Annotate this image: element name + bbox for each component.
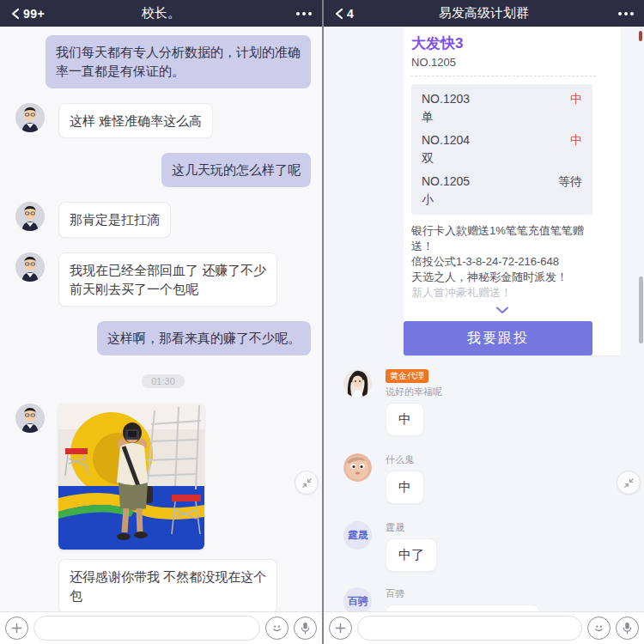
message-bubble: 这样啊，那看来真的赚了不少呢。 bbox=[97, 321, 311, 355]
message-bubble: 我现在已经全部回血了 还赚了不少 前天刚去买了一个包呢 bbox=[58, 252, 277, 307]
page-title: 校长。 bbox=[0, 5, 322, 21]
message-row-photo bbox=[15, 404, 311, 550]
message-row: 那肯定是扛扛滴 bbox=[15, 202, 311, 238]
group-message-body: 什么鬼 中 bbox=[386, 453, 424, 504]
chevron-left-icon bbox=[10, 8, 21, 20]
back-button[interactable]: 99+ bbox=[10, 7, 45, 21]
game-title: 大发快3 bbox=[411, 33, 592, 53]
follow-bet-button[interactable]: 我要跟投 bbox=[404, 321, 592, 355]
chevron-down-icon bbox=[495, 302, 509, 317]
more-button[interactable] bbox=[618, 12, 634, 15]
photo-message[interactable] bbox=[58, 404, 204, 550]
unread-count: 99+ bbox=[23, 7, 45, 21]
mic-icon bbox=[300, 622, 311, 635]
message-bubble: 中了 bbox=[386, 538, 437, 572]
collapse-window-button[interactable] bbox=[617, 471, 641, 495]
message-row-self: 这样啊，那看来真的赚了不少呢。 bbox=[15, 321, 311, 355]
avatar[interactable] bbox=[15, 252, 45, 282]
message-bubble: 中 bbox=[386, 471, 424, 504]
input-bar bbox=[324, 611, 644, 644]
message-input[interactable] bbox=[33, 616, 260, 641]
avatar[interactable] bbox=[15, 103, 45, 132]
smiley-icon bbox=[592, 622, 605, 635]
message-input[interactable] bbox=[357, 616, 582, 641]
avatar[interactable] bbox=[343, 369, 372, 398]
group-message-body: 百骋 五连中，计划牛逼啊。 bbox=[386, 587, 540, 611]
result-status: 中 bbox=[570, 133, 582, 149]
scrollbar-thumb[interactable] bbox=[639, 276, 643, 343]
promo-line: 倍投公式1-3-8-24-72-216-648 bbox=[411, 254, 592, 270]
chevron-left-icon bbox=[334, 8, 344, 20]
group-message-row: 黄金代理 说好的幸福呢 中 bbox=[343, 369, 633, 436]
member-name: 百骋 bbox=[386, 587, 404, 600]
result-row: NO.1204中 双 bbox=[422, 133, 582, 167]
group-message-list: 大发快3 NO.1205 NO.1203中 单 NO.1204中 双 NO.12… bbox=[324, 27, 644, 611]
result-pick: 单 bbox=[422, 110, 582, 125]
message-row-self: 这几天玩的怎么样了呢 bbox=[15, 153, 311, 187]
message-list: 我们每天都有专人分析数据的，计划的准确 率一直都是有保证的。 这样 难怪准确率这… bbox=[0, 27, 322, 611]
input-bar bbox=[0, 611, 322, 644]
emoji-button[interactable] bbox=[265, 617, 289, 640]
mic-icon bbox=[622, 622, 633, 635]
message-bubble: 这样 难怪准确率这么高 bbox=[58, 103, 213, 139]
dashed-divider bbox=[410, 76, 596, 76]
promo-text: 银行卡入款赠送1%笔笔充值笔笔赠送！ 倍投公式1-3-8-24-72-216-6… bbox=[411, 223, 592, 301]
message-row: 我现在已经全部回血了 还赚了不少 前天刚去买了一个包呢 bbox=[15, 252, 311, 307]
plan-card: 大发快3 NO.1205 NO.1203中 单 NO.1204中 双 NO.12… bbox=[404, 27, 621, 355]
member-badge: 黄金代理 bbox=[386, 369, 428, 383]
header: 99+ 校长。 bbox=[0, 0, 322, 27]
issue-number: NO.1205 bbox=[411, 56, 592, 69]
plus-icon bbox=[335, 623, 346, 634]
time-divider: 01:30 bbox=[15, 373, 311, 388]
plus-icon bbox=[11, 623, 22, 634]
avatar[interactable] bbox=[343, 453, 372, 482]
attach-button[interactable] bbox=[329, 617, 352, 640]
message-row: 还得感谢你带我 不然都没现在这个 包 bbox=[15, 559, 311, 611]
result-no: NO.1205 bbox=[422, 174, 470, 190]
voice-button[interactable] bbox=[616, 617, 639, 640]
timestamp: 01:30 bbox=[142, 374, 185, 388]
result-pick: 小 bbox=[422, 192, 582, 208]
scrollbar-tick bbox=[639, 31, 642, 41]
chat-screen-private: 99+ 校长。 我们每天都有专人分析数据的，计划的准确 率一直都是有保证的。 这… bbox=[0, 0, 322, 644]
message-row-self: 我们每天都有专人分析数据的，计划的准确 率一直都是有保证的。 bbox=[15, 35, 311, 88]
member-name: 霆晟 bbox=[386, 521, 404, 534]
avatar-initials[interactable]: 霆晟 bbox=[343, 521, 372, 550]
expand-promo-button[interactable] bbox=[411, 302, 592, 318]
avatar[interactable] bbox=[15, 202, 45, 231]
promo-line: 天选之人，神秘彩金随时派发！ bbox=[411, 270, 592, 285]
result-pick: 双 bbox=[422, 151, 582, 167]
more-button[interactable] bbox=[296, 12, 312, 15]
group-message-row: 百骋 百骋 五连中，计划牛逼啊。 bbox=[343, 587, 633, 611]
header: 4 易发高级计划群 bbox=[324, 0, 644, 27]
avatar-initials[interactable]: 百骋 bbox=[343, 587, 372, 611]
group-message-body: 黄金代理 说好的幸福呢 中 bbox=[386, 369, 442, 436]
emoji-button[interactable] bbox=[587, 617, 611, 640]
member-name: 什么鬼 bbox=[386, 453, 414, 466]
result-row: NO.1203中 单 bbox=[422, 92, 582, 125]
message-bubble: 五连中，计划牛逼啊。 bbox=[386, 605, 540, 611]
message-bubble: 那肯定是扛扛滴 bbox=[58, 202, 171, 238]
message-row: 这样 难怪准确率这么高 bbox=[15, 103, 311, 139]
result-no: NO.1203 bbox=[422, 92, 470, 107]
smiley-icon bbox=[270, 622, 283, 635]
message-bubble: 中 bbox=[386, 403, 424, 436]
result-status: 中 bbox=[570, 92, 582, 107]
back-button[interactable]: 4 bbox=[334, 7, 354, 21]
voice-button[interactable] bbox=[294, 617, 317, 640]
group-message-body: 霆晟 中了 bbox=[386, 521, 437, 572]
member-name: 说好的幸福呢 bbox=[386, 386, 442, 398]
message-bubble: 这几天玩的怎么样了呢 bbox=[161, 153, 311, 187]
avatar[interactable] bbox=[15, 404, 45, 433]
result-status: 等待 bbox=[558, 174, 582, 190]
group-message-row: 霆晟 霆晟 中了 bbox=[343, 521, 633, 572]
promo-line: 银行卡入款赠送1%笔笔充值笔笔赠送！ bbox=[411, 223, 592, 254]
message-bubble: 我们每天都有专人分析数据的，计划的准确 率一直都是有保证的。 bbox=[46, 35, 311, 88]
chat-screen-group: 4 易发高级计划群 大发快3 NO.1205 NO.1203中 单 NO.120… bbox=[322, 0, 644, 644]
result-no: NO.1204 bbox=[422, 133, 470, 149]
collapse-window-button[interactable] bbox=[295, 471, 319, 495]
results-panel: NO.1203中 单 NO.1204中 双 NO.1205等待 小 bbox=[411, 84, 592, 215]
message-bubble: 还得感谢你带我 不然都没现在这个 包 bbox=[58, 559, 277, 611]
attach-button[interactable] bbox=[5, 617, 28, 640]
unread-count: 4 bbox=[347, 7, 354, 21]
